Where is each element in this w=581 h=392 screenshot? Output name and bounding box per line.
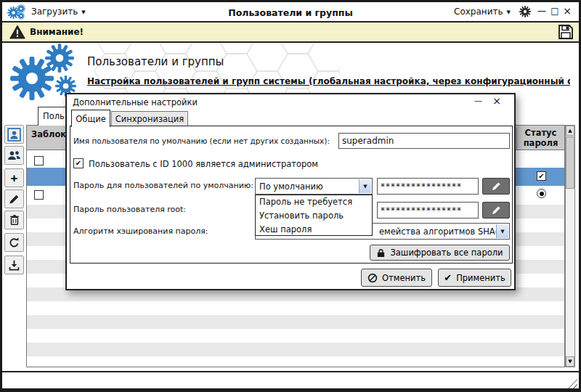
dialog-titlebar: Дополнительные настройки — × [67, 94, 514, 110]
dialog-title: Дополнительные настройки [73, 97, 198, 107]
resize-grip[interactable] [568, 379, 577, 388]
edit-default-password-button[interactable] [482, 178, 510, 195]
dropdown-option[interactable]: Установить пароль [256, 209, 372, 223]
password-mode-dropdown: Пароль не требуется Установить пароль Хе… [255, 195, 373, 236]
apply-button[interactable]: ✔ Применить [438, 269, 511, 287]
dialog-tab-sync[interactable]: Синхронизация [111, 111, 188, 126]
load-label: Загрузить [31, 7, 78, 17]
groups-button[interactable] [4, 146, 24, 165]
blocked-checkbox[interactable] [34, 156, 44, 166]
pencil-icon [491, 205, 502, 216]
encrypt-all-label: Зашифровать все пароли [390, 248, 503, 258]
default-user-input[interactable] [338, 133, 510, 149]
pencil-icon [491, 181, 502, 192]
lock-icon [376, 248, 386, 258]
dialog-minimize-button[interactable]: — [474, 96, 482, 105]
chevron-down-icon: ▼ [81, 9, 85, 15]
app-logo-gears-icon [7, 4, 28, 20]
selected-option-label: По умолчанию [259, 181, 323, 192]
page-subtitle: Настройка пользователей и групп системы … [87, 76, 570, 86]
tab-sync-label: Синхронизация [115, 114, 184, 124]
hash-algorithm-label: Алгоритм хэширования пароля: [73, 226, 208, 236]
col-header-blocked[interactable]: Заблок [31, 129, 66, 139]
cancel-button[interactable]: Отменить [361, 269, 432, 287]
app-window: Пользователи и группы Настройка пользова… [0, 0, 581, 392]
check-icon: ✔ [538, 173, 544, 180]
page-title: Пользователи и группы [87, 55, 224, 68]
admin-id-label: Пользователь с ID 1000 является админист… [89, 159, 318, 169]
default-user-label: Имя пользователя по умолчанию (если нет … [73, 136, 330, 145]
default-password-mode-select[interactable]: По умолчанию ▼ [255, 178, 373, 195]
warning-icon [9, 25, 25, 39]
save-menu-button[interactable]: Сохранить ▼ [454, 7, 511, 17]
add-button[interactable]: + [4, 168, 24, 187]
settings-dialog: Дополнительные настройки — × Общие Синхр… [65, 93, 516, 290]
root-password-input[interactable] [377, 202, 479, 219]
minimize-button[interactable]: — [536, 5, 548, 17]
save-file-icon[interactable] [558, 24, 574, 40]
delete-button[interactable] [4, 211, 24, 229]
status-bar [2, 371, 579, 390]
plus-icon: + [11, 172, 18, 184]
warning-banner: Внимание! [2, 23, 579, 43]
admin-id-checkbox[interactable]: ✔ [73, 158, 84, 168]
blocked-checkbox[interactable] [34, 190, 44, 200]
maximize-button[interactable]: □ [549, 5, 561, 17]
edit-button[interactable] [4, 189, 24, 208]
apply-check-icon: ✔ [444, 272, 452, 283]
load-menu-button[interactable]: Загрузить ▼ [31, 7, 86, 17]
titlebar: Загрузить ▼ Пользователи и группы Сохран… [2, 2, 579, 23]
close-button[interactable]: × [561, 5, 573, 17]
save-label: Сохранить [454, 7, 503, 17]
tab-general-label: Общие [76, 114, 106, 124]
edit-root-password-button[interactable] [482, 202, 510, 219]
default-password-label: Пароль для пользователей по умолчанию: [73, 181, 253, 190]
dropdown-option[interactable]: Пароль не требуется [256, 195, 372, 209]
password-status-checkbox[interactable]: ✔ [537, 171, 546, 181]
cancel-label: Отменить [382, 273, 426, 283]
warning-text: Внимание! [30, 27, 84, 37]
tab-users-label: Поль [43, 111, 65, 121]
default-password-input[interactable] [377, 178, 479, 195]
chevron-down-icon[interactable]: ▼ [359, 179, 371, 193]
refresh-icon [8, 237, 20, 249]
dialog-tab-general[interactable]: Общие [71, 110, 110, 127]
download-icon [8, 259, 20, 271]
scrollbar-thumb[interactable] [566, 136, 574, 189]
selected-option-label: емейства алгоритмов SHA- [379, 226, 498, 237]
apply-label: Применить [456, 273, 505, 283]
col-header-password-status[interactable]: Статус пароля [516, 128, 564, 150]
cancel-icon [367, 273, 378, 283]
settings-gear-icon[interactable] [519, 6, 531, 17]
chevron-down-icon[interactable]: ▼ [496, 224, 508, 238]
encrypt-all-button[interactable]: Зашифровать все пароли [370, 245, 510, 261]
scroll-down-icon[interactable]: ▼ [566, 356, 574, 367]
dropdown-option[interactable]: Хеш пароля [256, 223, 372, 237]
dialog-general-panel: Имя пользователя по умолчанию (если нет … [70, 126, 513, 264]
scroll-up-icon[interactable]: ▲ [566, 126, 574, 136]
user-properties-button[interactable] [4, 125, 24, 144]
refresh-button[interactable] [4, 233, 24, 252]
pencil-icon [8, 193, 20, 205]
table-scrollbar[interactable]: ▲ ▼ [565, 125, 575, 367]
password-status-radio[interactable] [537, 189, 546, 198]
trash-icon [8, 213, 21, 226]
chevron-down-icon: ▼ [507, 9, 511, 15]
root-password-label: Пароль пользователя root: [73, 205, 186, 214]
left-toolbar: + [4, 125, 24, 277]
dialog-close-button[interactable]: × [492, 95, 501, 107]
hexagon-pattern [94, 41, 340, 100]
download-button[interactable] [4, 256, 24, 274]
check-icon: ✔ [76, 160, 81, 167]
